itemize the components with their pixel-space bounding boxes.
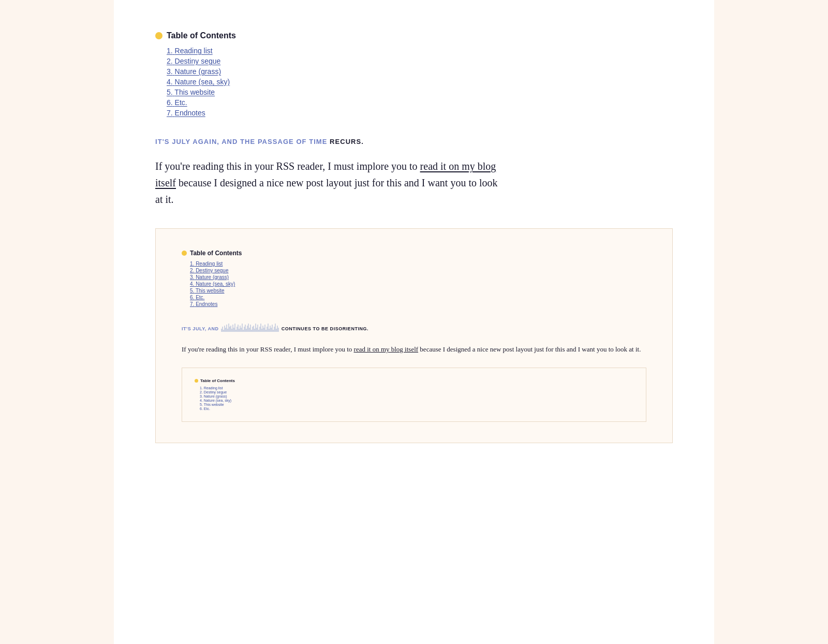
inner-toc-link-3[interactable]: 3. Nature (grass)	[190, 274, 229, 280]
inner-section-heading-colored: IT'S JULY, AND	[182, 326, 220, 331]
deep-toc-list: 1. Reading list 2. Destiny segue 3. Natu…	[195, 386, 633, 411]
body-paragraph: If you're reading this in your RSS reade…	[155, 158, 507, 208]
toc-link-3[interactable]: 3. Nature (grass)	[167, 67, 221, 76]
toc-item-3: 3. Nature (grass)	[167, 67, 673, 76]
section-heading-colored: IT'S JULY AGAIN, AND THE PASSAGE OF TIME	[155, 138, 327, 145]
deep-toc-item-4: 4. Nature (sea, sky)	[200, 399, 633, 402]
toc-link-6[interactable]: 6. Etc.	[167, 98, 187, 107]
inner-body-text-after: because I designed a nice new post layou…	[418, 345, 641, 353]
deep-toc-item-6: 6. Etc.	[200, 407, 633, 411]
toc-list: 1. Reading list 2. Destiny segue 3. Natu…	[155, 47, 673, 117]
toc-header: Table of Contents	[155, 31, 673, 40]
deep-toc-item-2: 2. Destiny segue	[200, 390, 633, 394]
inner-toc-item-6: 6. Etc.	[190, 295, 646, 300]
deep-toc-item-3: 3. Nature (grass)	[200, 394, 633, 398]
section-heading-normal: recurs.	[327, 138, 363, 145]
inner-toc-item-7: 7. Endnotes	[190, 301, 646, 307]
wave-decoration-icon	[220, 321, 280, 337]
toc-item-7: 7. Endnotes	[167, 109, 673, 117]
toc-item-4: 4. Nature (sea, sky)	[167, 78, 673, 86]
deep-preview-box: Table of Contents 1. Reading list 2. Des…	[182, 368, 646, 422]
inner-toc-item-2: 2. Destiny segue	[190, 268, 646, 273]
body-text-after-link: because I designed a nice new post layou…	[155, 177, 498, 205]
deep-toc-header: Table of Contents	[195, 378, 633, 383]
inner-toc-link-7[interactable]: 7. Endnotes	[190, 301, 217, 307]
toc-item-2: 2. Destiny segue	[167, 57, 673, 65]
page-wrapper: Table of Contents 1. Reading list 2. Des…	[114, 0, 714, 644]
inner-body-paragraph: If you're reading this in your RSS reade…	[182, 344, 646, 355]
deep-toc-title: Table of Contents	[200, 378, 235, 383]
deep-toc-item-1: 1. Reading list	[200, 386, 633, 390]
body-text-before-link: If you're reading this in your RSS reade…	[155, 160, 420, 172]
inner-toc-link-1[interactable]: 1. Reading list	[190, 261, 223, 267]
toc-link-4[interactable]: 4. Nature (sea, sky)	[167, 78, 230, 86]
deep-toc-dot-icon	[195, 379, 198, 383]
toc-link-1[interactable]: 1. Reading list	[167, 47, 213, 55]
inner-toc-item-4: 4. Nature (sea, sky)	[190, 281, 646, 287]
inner-toc-item-1: 1. Reading list	[190, 261, 646, 267]
inner-toc-dot-icon	[182, 251, 187, 256]
inner-toc-item-5: 5. This website	[190, 288, 646, 294]
inner-section-heading-normal: continues to be disorienting.	[280, 326, 369, 331]
toc-link-7[interactable]: 7. Endnotes	[167, 109, 205, 117]
inner-toc-link-6[interactable]: 6. Etc.	[190, 295, 204, 300]
toc-item-1: 1. Reading list	[167, 47, 673, 55]
toc-link-2[interactable]: 2. Destiny segue	[167, 57, 220, 65]
toc-title: Table of Contents	[167, 31, 236, 40]
inner-toc-link-5[interactable]: 5. This website	[190, 288, 225, 294]
section-heading: IT'S JULY AGAIN, AND THE PASSAGE OF TIME…	[155, 138, 673, 145]
toc-item-5: 5. This website	[167, 88, 673, 96]
inner-toc-header: Table of Contents	[182, 250, 646, 257]
toc-section: Table of Contents 1. Reading list 2. Des…	[155, 31, 673, 117]
inner-section-heading: IT'S JULY, AND	[182, 321, 646, 337]
inner-toc-section: Table of Contents 1. Reading list 2. Des…	[182, 250, 646, 307]
inner-toc-link-4[interactable]: 4. Nature (sea, sky)	[190, 281, 235, 287]
deep-toc-item-5: 5. This website	[200, 403, 633, 406]
inner-toc-item-3: 3. Nature (grass)	[190, 274, 646, 280]
inner-body-text-before: If you're reading this in your RSS reade…	[182, 345, 354, 353]
toc-dot-icon	[155, 32, 162, 39]
inner-toc-link-2[interactable]: 2. Destiny segue	[190, 268, 229, 273]
inner-blog-link[interactable]: read it on my blog itself	[354, 345, 419, 353]
toc-item-6: 6. Etc.	[167, 98, 673, 107]
inner-toc-list: 1. Reading list 2. Destiny segue 3. Natu…	[182, 261, 646, 307]
toc-link-5[interactable]: 5. This website	[167, 88, 215, 96]
preview-box: Table of Contents 1. Reading list 2. Des…	[155, 228, 673, 443]
inner-toc-title: Table of Contents	[190, 250, 242, 257]
